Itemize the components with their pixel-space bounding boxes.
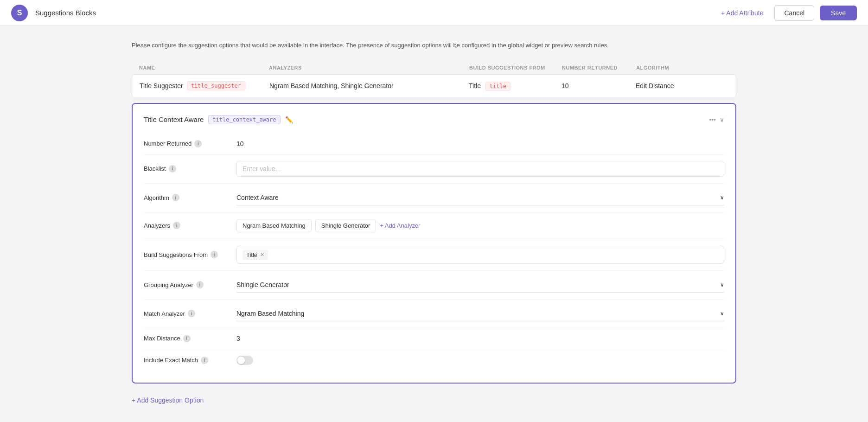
more-icon[interactable]: ••• (709, 116, 716, 123)
card-title: Title Context Aware (144, 115, 204, 123)
analyzers-row: Analyzers i Ngram Based Matching Shingle… (144, 212, 724, 239)
card-code-badge: title_context_aware (208, 115, 280, 124)
algorithm-info-icon[interactable]: i (172, 194, 179, 201)
build-from-label: Build Suggestions From (144, 251, 208, 258)
algorithm-chevron-icon: ∨ (720, 194, 724, 201)
include-exact-label: Include Exact Match (144, 357, 198, 364)
max-distance-label: Max Distance (144, 335, 180, 342)
grouping-chevron-icon: ∨ (720, 281, 724, 288)
grouping-analyzer-info-icon[interactable]: i (196, 281, 204, 288)
include-exact-row: Include Exact Match i (144, 349, 724, 371)
analyzer-tag-ngram: Ngram Based Matching (236, 219, 312, 232)
build-from-remove-icon[interactable]: ✕ (260, 252, 264, 258)
avatar: S (11, 5, 28, 21)
number-returned-row: Number Returned i 10 (144, 134, 724, 154)
col-number: NUMBER RETURNED (562, 65, 636, 70)
edit-icon[interactable]: ✏️ (285, 116, 293, 123)
build-from-row: Build Suggestions From i Title ✕ (144, 239, 724, 271)
match-analyzer-row: Match Analyzer i Ngram Based Matching ∨ (144, 300, 724, 328)
match-analyzer-info-icon[interactable]: i (188, 310, 195, 317)
algorithm-select[interactable]: Context Aware ∨ (236, 190, 724, 205)
add-analyzer-button[interactable]: + Add Analyzer (380, 222, 420, 229)
card-title-group: Title Context Aware title_context_aware … (144, 115, 293, 124)
algorithm-value: Context Aware (236, 194, 279, 201)
build-from-tag: Title ✕ (243, 250, 268, 260)
summary-number: 10 (562, 82, 636, 90)
build-from-info-icon[interactable]: i (211, 251, 218, 258)
summary-analyzers: Ngram Based Matching, Shingle Generator (269, 82, 469, 90)
table-header: NAME ANALYZERS BUILD SUGGESTIONS FROM NU… (132, 61, 736, 74)
col-analyzers: ANALYZERS (269, 65, 469, 70)
include-exact-info-icon[interactable]: i (201, 357, 208, 364)
description-text: Please configure the suggestion options … (132, 41, 736, 50)
analyzers-label: Analyzers (144, 222, 170, 229)
summary-code-badge: title_suggester (187, 81, 245, 90)
grouping-analyzer-row: Grouping Analyzer i Shingle Generator ∨ (144, 271, 724, 300)
include-exact-toggle-container (236, 356, 724, 365)
summary-name-cell: Title Suggester title_suggester (140, 81, 269, 90)
add-suggestion-button[interactable]: + Add Suggestion Option (132, 391, 736, 409)
col-build: BUILD SUGGESTIONS FROM (469, 65, 562, 70)
blacklist-label: Blacklist (144, 165, 166, 172)
analyzers-info-icon[interactable]: i (173, 222, 180, 229)
blacklist-info-icon[interactable]: i (169, 165, 176, 173)
algorithm-row: Algorithm i Context Aware ∨ (144, 184, 724, 212)
save-button[interactable]: Save (820, 6, 857, 20)
max-distance-value: 3 (236, 335, 724, 342)
main-content: Please configure the suggestion options … (109, 26, 759, 422)
blacklist-input[interactable] (236, 161, 724, 177)
cancel-button[interactable]: Cancel (774, 5, 814, 21)
summary-build-code: title (485, 82, 511, 91)
max-distance-info-icon[interactable]: i (183, 335, 191, 342)
page-title: Suggestions Blocks (35, 9, 96, 17)
number-returned-info-icon[interactable]: i (194, 140, 202, 147)
build-from-container[interactable]: Title ✕ (236, 246, 724, 264)
match-analyzer-label: Match Analyzer (144, 310, 185, 317)
blacklist-row: Blacklist i (144, 154, 724, 184)
number-returned-label: Number Returned (144, 140, 191, 147)
add-attribute-button[interactable]: + Add Attribute (715, 6, 769, 20)
col-name: NAME (139, 65, 269, 70)
algorithm-label: Algorithm (144, 194, 169, 201)
summary-build-from: Title title (469, 82, 562, 90)
header-right: + Add Attribute Cancel Save (715, 5, 857, 21)
summary-algorithm: Edit Distance (636, 82, 728, 90)
build-from-tag-label: Title (246, 251, 257, 258)
match-chevron-icon: ∨ (720, 310, 724, 317)
grouping-analyzer-label: Grouping Analyzer (144, 281, 193, 288)
col-algorithm: ALGORITHM (636, 65, 729, 70)
card-header: Title Context Aware title_context_aware … (144, 115, 724, 124)
summary-title: Title Suggester (140, 82, 183, 90)
number-returned-value: 10 (236, 140, 724, 147)
app-header: S Suggestions Blocks + Add Attribute Can… (0, 0, 868, 26)
summary-row: Title Suggester title_suggester Ngram Ba… (132, 74, 736, 97)
card-actions[interactable]: ••• ∨ (709, 116, 724, 123)
match-analyzer-select[interactable]: Ngram Based Matching ∨ (236, 306, 724, 321)
chevron-down-icon[interactable]: ∨ (720, 116, 724, 123)
expanded-card: Title Context Aware title_context_aware … (132, 103, 736, 384)
match-analyzer-value: Ngram Based Matching (236, 310, 304, 317)
analyzer-tag-shingle: Shingle Generator (315, 219, 377, 232)
grouping-analyzer-select[interactable]: Shingle Generator ∨ (236, 277, 724, 293)
max-distance-row: Max Distance i 3 (144, 328, 724, 349)
header-left: S Suggestions Blocks (11, 5, 96, 21)
analyzers-value: Ngram Based Matching Shingle Generator +… (236, 219, 724, 232)
toggle-knob (237, 357, 245, 364)
include-exact-toggle[interactable] (236, 356, 253, 365)
grouping-analyzer-value: Shingle Generator (236, 281, 289, 288)
